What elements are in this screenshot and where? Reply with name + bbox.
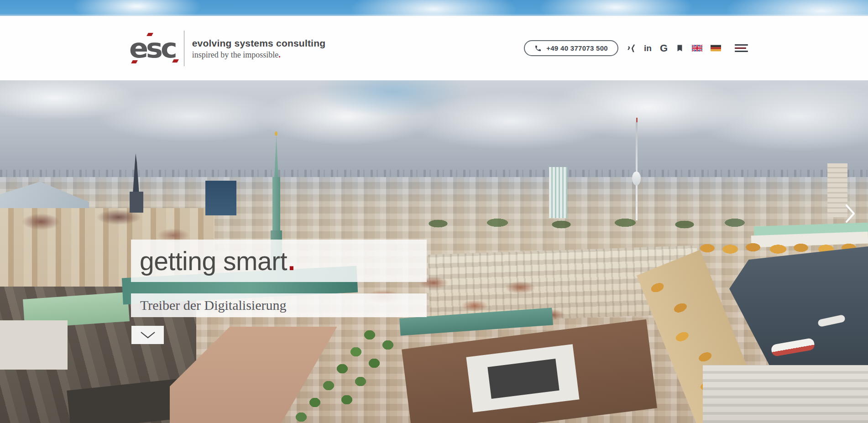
town-hall-spire-tip (275, 131, 277, 136)
chevron-down-icon (140, 331, 156, 339)
google-icon[interactable]: G (660, 42, 668, 54)
logo-text: evolving systems consulting inspired by … (192, 37, 325, 60)
tv-tower-pod (632, 172, 641, 185)
office-block (205, 181, 236, 215)
scroll-down-button[interactable] (131, 326, 164, 344)
menu-icon[interactable] (735, 44, 748, 52)
hero-headline-box: getting smart. (131, 240, 427, 282)
menu-line-bottom (735, 51, 748, 52)
square-trees (256, 327, 406, 423)
phone-number: +49 40 377073 500 (546, 44, 608, 52)
page: getting smart. Treiber der Digitalisieru… (0, 0, 868, 423)
logo-title: evolving systems consulting (192, 38, 325, 49)
logo-tagline: inspired by the impossible. (192, 50, 325, 60)
phone-icon (534, 45, 542, 52)
phone-button[interactable]: +49 40 377073 500 (524, 40, 618, 56)
menu-line-top (735, 44, 748, 46)
logo-accent-right (172, 59, 179, 63)
hero-subheadline-box: Treiber der Digitalisierung (131, 293, 427, 317)
tree-band (411, 214, 758, 232)
town-hall-tower (272, 177, 280, 232)
logo-divider (184, 31, 184, 66)
hero-headline-period: . (288, 246, 295, 276)
menu-line-middle (735, 47, 746, 49)
logo-mark-text: esc (129, 35, 175, 62)
st-michaelis-base (130, 192, 143, 213)
white-building-left (0, 320, 68, 370)
logo[interactable]: esc evolving systems consulting inspired… (129, 16, 325, 80)
carousel-next-button[interactable] (841, 204, 860, 224)
logo-tagline-period: . (278, 50, 281, 59)
logo-tagline-text: inspired by the impossible (192, 50, 278, 59)
white-highrise (549, 167, 567, 218)
site-header: esc evolving systems consulting inspired… (0, 16, 868, 80)
logo-mark: esc (129, 34, 175, 63)
flag-uk-icon[interactable] (692, 45, 702, 52)
header-actions: +49 40 377073 500 in G (524, 16, 748, 80)
white-building-bottom-right (703, 365, 868, 423)
chevron-right-icon (845, 204, 856, 224)
bookmark-icon[interactable] (676, 43, 684, 53)
hero-headline: getting smart (140, 246, 287, 276)
flag-de-icon[interactable] (711, 45, 721, 52)
linkedin-icon[interactable]: in (644, 43, 652, 53)
hero-subheadline: Treiber der Digitalisierung (140, 298, 287, 313)
xing-icon[interactable] (627, 43, 636, 53)
